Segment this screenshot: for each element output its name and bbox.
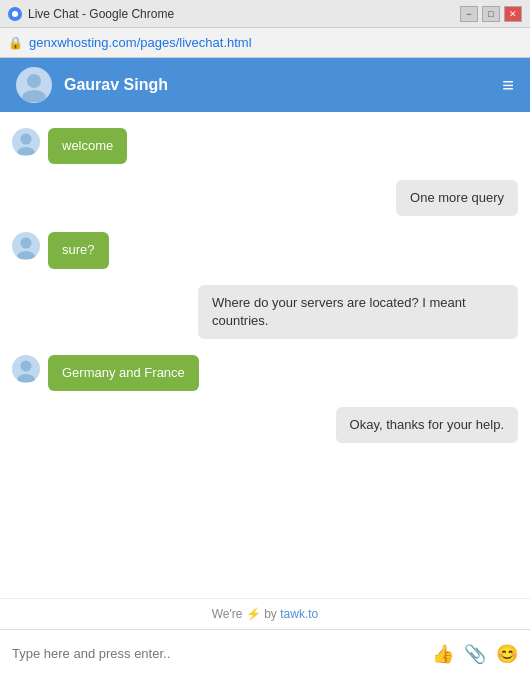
url-text: genxwhosting.com/pages/livechat.html xyxy=(29,35,252,50)
svg-point-3 xyxy=(22,90,46,102)
powered-by-text: We're xyxy=(212,607,243,621)
message-bubble: sure? xyxy=(48,232,109,268)
svg-point-7 xyxy=(17,251,35,259)
message-bubble: Okay, thanks for your help. xyxy=(336,407,518,443)
svg-point-2 xyxy=(27,74,41,88)
message-row: Where do your servers are located? I mea… xyxy=(12,285,518,339)
by-text: by xyxy=(264,607,277,621)
menu-icon[interactable]: ≡ xyxy=(502,74,514,97)
avatar xyxy=(12,232,40,260)
thumbsup-icon[interactable]: 👍 xyxy=(432,643,454,665)
message-row: sure? xyxy=(12,232,518,268)
brand-name: tawk.to xyxy=(280,607,318,621)
chat-body: welcome One more query sure? Where do yo… xyxy=(0,112,530,598)
svg-point-6 xyxy=(21,238,32,249)
agent-avatar xyxy=(16,67,52,103)
avatar xyxy=(12,355,40,383)
message-bubble: Where do your servers are located? I mea… xyxy=(198,285,518,339)
message-row: One more query xyxy=(12,180,518,216)
title-bar: Live Chat - Google Chrome − □ ✕ xyxy=(0,0,530,28)
svg-point-4 xyxy=(21,134,32,145)
bolt-icon: ⚡ xyxy=(246,607,261,621)
address-bar: 🔒 genxwhosting.com/pages/livechat.html xyxy=(0,28,530,58)
message-row: welcome xyxy=(12,128,518,164)
chrome-icon xyxy=(8,7,22,21)
svg-point-9 xyxy=(17,374,35,382)
powered-by-bar: We're ⚡ by tawk.to xyxy=(0,598,530,629)
message-bubble: One more query xyxy=(396,180,518,216)
input-bar: 👍 📎 😊 xyxy=(0,629,530,677)
title-bar-left: Live Chat - Google Chrome xyxy=(8,7,174,21)
message-bubble: welcome xyxy=(48,128,127,164)
svg-point-5 xyxy=(17,147,35,155)
minimize-button[interactable]: − xyxy=(460,6,478,22)
message-bubble: Germany and France xyxy=(48,355,199,391)
chat-header: Gaurav Singh ≡ xyxy=(0,58,530,112)
input-icons: 👍 📎 😊 xyxy=(432,643,518,665)
maximize-button[interactable]: □ xyxy=(482,6,500,22)
window-controls: − □ ✕ xyxy=(460,6,522,22)
emoji-icon[interactable]: 😊 xyxy=(496,643,518,665)
chat-input[interactable] xyxy=(12,646,424,661)
window-title: Live Chat - Google Chrome xyxy=(28,7,174,21)
message-row: Okay, thanks for your help. xyxy=(12,407,518,443)
avatar xyxy=(12,128,40,156)
svg-point-1 xyxy=(12,11,18,17)
agent-name: Gaurav Singh xyxy=(64,76,168,94)
close-button[interactable]: ✕ xyxy=(504,6,522,22)
paperclip-icon[interactable]: 📎 xyxy=(464,643,486,665)
lock-icon: 🔒 xyxy=(8,36,23,50)
header-left: Gaurav Singh xyxy=(16,67,168,103)
svg-point-8 xyxy=(21,360,32,371)
message-row: Germany and France xyxy=(12,355,518,391)
